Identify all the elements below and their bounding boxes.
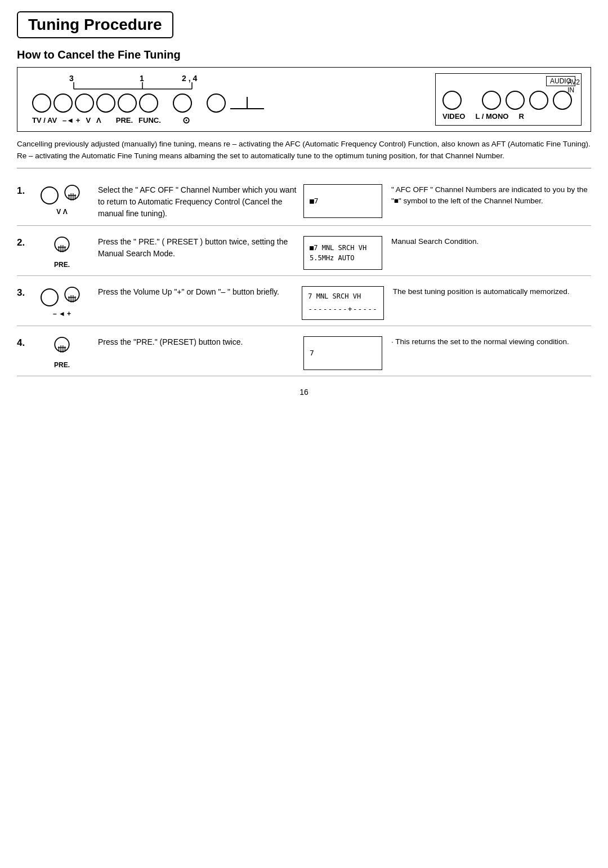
step-3-circle-plain [41,288,59,306]
step-3-screen-dashed: --------+----- [308,305,378,313]
svg-text:1: 1 [140,74,144,83]
tv-btn-2 [53,94,73,113]
step-3-text: Press the Volume Up "+" or Down "– " but… [98,286,302,298]
right-btn-1 [442,91,462,110]
step-2-screen-line2: 5.5MHz AUTO [310,254,376,262]
svg-point-7 [65,185,79,199]
step-1-icon: V Λ [34,184,90,216]
step-3-section: 3. – ◄ + Press the Volume Up "+" or Down… [17,276,591,326]
tv-btn-1 [32,94,51,113]
pre-label: PRE. [116,116,133,124]
step-3-screen: 7 MNL SRCH VH --------+----- [302,286,384,320]
step-2-screen: ■7 MNL SRCH VH 5.5MHz AUTO [303,236,382,270]
vol-label: –◄ + [62,116,80,124]
step-4-text: Press the "PRE." (PRESET) button twice. [98,336,303,348]
step-4-screen-text: 7 [310,349,376,357]
bracket-svg: 3 1 2 , 4 [35,73,328,94]
tv-btn-6 [139,94,158,113]
step-2-icon-buttons [51,236,73,259]
step-4-section: 4. PRE. Press the "PRE." (PRESET) button… [17,326,591,376]
step-3-number: 3. [17,286,34,299]
headphone-icon: ⊙ [182,115,190,126]
step-3-vol-label: – ◄ + [53,310,71,318]
description-text: Cancelling previously adjusted (manually… [17,139,591,168]
av2-in-label: AV2 IN [567,78,580,94]
section-heading: How to Cancel the Fine Tuning [17,48,591,61]
svg-text:3: 3 [69,74,74,83]
title-box: Tuning Procedure [17,11,173,38]
svg-point-13 [55,237,69,251]
r-label: R [518,112,524,121]
func-label: FUNC. [138,116,161,124]
step-1-vol-label: V Λ [56,208,67,216]
video-label: VIDEO [442,112,465,121]
page-title: Tuning Procedure [28,16,162,34]
tv-buttons-row [32,94,328,113]
step-4-icon-label: PRE. [54,361,70,369]
step-2-icon-label: PRE. [54,261,70,269]
step-2-number: 2. [17,236,34,248]
step-2-screen-line1: ■7 MNL SRCH VH [310,244,376,252]
step-2-text: Press the " PRE." ( PRESET ) button twic… [98,236,303,260]
step-3-hand-icon [61,286,83,309]
step-1-section: 1. V Λ Select the " AFC OFF " Channel Nu… [17,174,591,226]
tv-left-panel: 3 1 2 , 4 [26,73,328,126]
step-1-screen: ■7 [303,184,382,218]
tv-btn-3 [75,94,94,113]
diagram-labels-area: 3 1 2 , 4 [35,73,328,94]
step-4-note: · This returns the set to the normal vie… [391,336,591,348]
step-1-number: 1. [17,184,34,197]
step-3-note: The best tuning position is automaticall… [393,286,591,297]
step-4-number: 4. [17,336,34,349]
svg-point-25 [55,337,69,351]
tv-av-label: TV / AV [32,116,57,124]
ch-down-label: V [86,116,91,124]
lmono-label: L / MONO [475,112,508,121]
tv-btn-7 [173,94,192,113]
step-2-icon: PRE. [34,236,90,269]
tv-right-labels: VIDEO L / MONO R [442,112,524,121]
step-1-circle-plain [41,186,59,204]
ch-up-label: Λ [96,116,101,124]
step-4-icon-buttons [51,336,73,359]
tv-btn-4 [96,94,115,113]
tv-right-buttons [442,91,572,110]
right-btn-3 [506,91,525,110]
step-2-hand-icon [51,236,73,259]
svg-point-19 [65,287,79,301]
func-bracket [230,97,264,109]
step-1-text: Select the " AFC OFF " Channel Number wh… [98,184,303,220]
step-2-note: Manual Search Condition. [391,236,591,247]
right-btn-2 [482,91,501,110]
step-3-screen-line1: 7 MNL SRCH VH [308,292,378,300]
svg-text:2 , 4: 2 , 4 [182,74,197,83]
step-1-note: " AFC OFF " Channel Numbers are indicate… [391,184,591,207]
step-3-icon-buttons [41,286,83,309]
tv-btn-8 [207,94,226,113]
step-4-screen: 7 [303,336,382,370]
tv-bottom-labels: TV / AV –◄ + V Λ PRE. FUNC. ⊙ [32,115,328,126]
tv-diagram: 3 1 2 , 4 [17,67,591,132]
step-1-hand-icon [61,184,83,207]
right-btn-4 [529,91,548,110]
tv-btn-5 [118,94,137,113]
step-2-section: 2. PRE. Press the " PRE." ( PRESET ) but… [17,226,591,276]
step-3-icon: – ◄ + [34,286,90,318]
page-number: 16 [17,388,591,397]
step-1-icon-buttons [41,184,83,207]
tv-right-panel: AUDIO AV2 IN VIDEO L / MONO R [435,73,582,126]
step-4-hand-icon [51,336,73,359]
step-4-icon: PRE. [34,336,90,369]
